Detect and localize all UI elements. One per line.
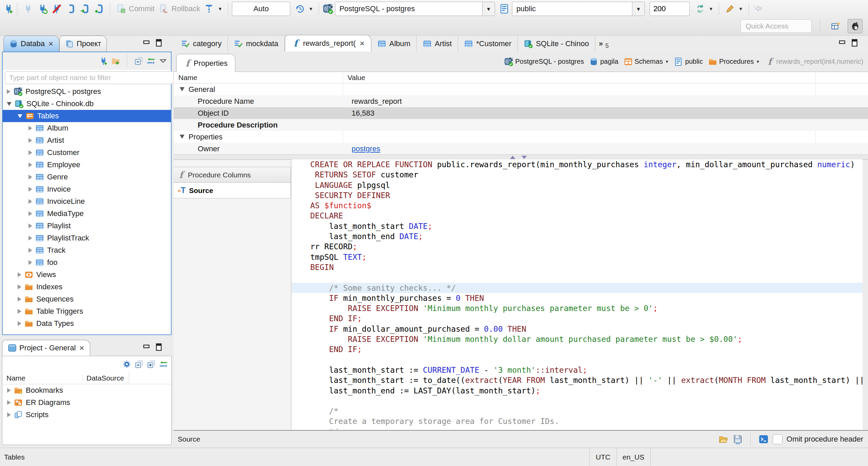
expand-arrow-icon[interactable] [28,236,32,240]
navigator-filter-input[interactable] [5,71,174,84]
column-name[interactable]: Name [2,374,83,382]
open-perspective-button[interactable] [829,19,843,33]
commit-button[interactable]: Commit [114,3,157,15]
code-line[interactable]: last_month_start := to_date((extract(YEA… [292,375,863,385]
editor-tab-category[interactable]: category [175,36,228,52]
collapse-arrow-icon[interactable] [180,87,184,91]
code-line[interactable]: AS $function$ [292,200,863,211]
load-from-file-icon[interactable] [718,434,729,444]
expand-arrow-icon[interactable] [7,400,11,405]
property-value[interactable]: postgres [352,144,380,153]
dbeaver-perspective-button[interactable] [848,19,863,33]
schema-dropdown-button[interactable]: ▼ [632,2,645,16]
column-name[interactable]: Name [178,74,197,82]
maximize-button[interactable] [850,39,859,47]
collapse-arrow-icon[interactable] [7,102,12,106]
expand-arrow-icon[interactable] [28,138,32,143]
schema-combo[interactable]: public ▼ [512,2,645,16]
tree-item-tables[interactable]: Tables [3,110,171,122]
editor-tab-mockdata[interactable]: mockdata [228,36,284,52]
tree-item-views[interactable]: Views [3,269,171,281]
tab-properties[interactable]: f Properties [176,54,235,72]
code-line[interactable]: last_month_end := LAST_DAY(last_month_st… [292,386,863,396]
code-line[interactable]: Create a temporary storage area for Cust… [292,416,863,426]
expand-arrow-icon[interactable] [28,211,32,216]
save-to-file-icon[interactable] [733,434,743,444]
expand-arrow-icon[interactable] [18,272,21,277]
property-row-object-id[interactable]: Object ID16,583 [174,107,868,119]
code-line[interactable]: END IF; [292,313,863,324]
tree-item-track[interactable]: Track [3,244,171,256]
close-icon[interactable]: ✕ [79,344,84,352]
code-line[interactable]: CREATE OR REPLACE FUNCTION public.reward… [292,159,863,170]
tree-item-foo[interactable]: foo [3,256,171,269]
code-line[interactable]: END IF; [292,344,863,354]
collapse-arrow-icon[interactable] [18,114,22,118]
code-line[interactable]: last_month_start DATE; [292,221,863,231]
expand-arrow-icon[interactable] [18,285,21,289]
transaction-mode-button[interactable]: ▼ [202,3,224,15]
connect-icon[interactable] [23,4,33,14]
expand-arrow-icon[interactable] [28,126,32,131]
tree-item-artist[interactable]: Artist [3,134,171,147]
expand-arrow-icon[interactable] [7,412,11,417]
code-line[interactable]: BEGIN [292,262,863,272]
editor-tab-album[interactable]: Album [371,36,417,52]
source-code-editor[interactable]: CREATE OR REPLACE FUNCTION public.reward… [292,159,863,430]
code-line[interactable]: last_month_end DATE; [292,231,863,241]
code-line[interactable]: IF min_monthly_purchases = 0 THEN [292,293,863,303]
breadcrumb-item-schemas[interactable]: Schemas▼ [624,57,669,66]
chevron-down-icon[interactable]: ▼ [665,59,669,64]
expand-arrow-icon[interactable] [7,89,11,94]
new-connection-icon[interactable] [3,4,14,14]
pane-splitter[interactable] [174,154,868,160]
expand-arrow-icon[interactable] [18,309,21,314]
tab-procedure-columns[interactable]: f Procedure Columns [174,167,291,183]
minimize-button[interactable] [142,39,151,47]
breadcrumb-item-postgresql-postgres[interactable]: PostgreSQL - postgres [504,57,584,66]
code-line[interactable] [292,396,863,406]
minimize-button[interactable] [142,343,151,352]
tab-database-navigator[interactable]: Databa ✕ [3,36,59,52]
collapse-arrow-icon[interactable] [180,135,184,139]
maximize-button[interactable] [155,39,163,47]
expand-arrow-icon[interactable] [28,248,32,253]
collapse-up-icon[interactable] [510,156,515,159]
tree-item-indexes[interactable]: Indexes [3,281,171,293]
tab-source[interactable]: ‹›T Source [174,182,291,198]
collapse-all-icon[interactable] [135,360,143,369]
column-datasource[interactable]: DataSource [83,374,129,382]
open-sql-editor-icon[interactable] [80,4,90,14]
code-line[interactable]: IF min_dollar_amount_purchased = 0.00 TH… [292,324,863,334]
collapse-all-icon[interactable] [134,57,143,65]
new-connection-icon[interactable] [99,57,108,65]
expand-arrow-icon[interactable] [28,162,32,167]
tree-item-invoice[interactable]: Invoice [3,183,171,195]
reconnect-icon[interactable] [37,4,47,14]
generate-sql-button[interactable]: ▼ [723,3,745,15]
refresh-button[interactable]: ▼ [693,3,715,15]
code-line[interactable]: DECLARE [292,211,863,221]
gear-icon[interactable] [122,360,131,369]
close-icon[interactable]: ✕ [359,40,365,47]
tab-project-general[interactable]: Project - General ✕ [2,340,90,356]
open-in-sql-console-icon[interactable] [758,434,769,444]
expand-all-icon[interactable] [147,360,156,369]
tree-item-album[interactable]: Album [3,122,171,134]
tree-item-table-triggers[interactable]: Table Triggers [3,305,171,317]
tree-item-mediatype[interactable]: MediaType [3,208,171,220]
chevron-down-icon[interactable]: ▼ [756,59,760,64]
tree-item-employee[interactable]: Employee [3,159,171,171]
view-menu-icon[interactable] [159,57,167,65]
rollback-button[interactable]: Rollback [157,3,202,15]
link-with-editor-icon[interactable] [146,57,155,65]
property-row-properties[interactable]: Properties [174,131,868,143]
project-item-bookmarks[interactable]: Bookmarks [2,384,171,396]
tree-item-invoiceline[interactable]: InvoiceLine [3,195,171,208]
breadcrumb-item-public[interactable]: public [674,57,703,66]
tree-item-sequences[interactable]: Sequences [3,293,171,305]
link-with-editor-icon[interactable] [159,360,168,369]
expand-arrow-icon[interactable] [28,175,32,179]
editor-tab-rewards-report[interactable]: frewards_report(✕ [285,35,371,52]
editor-tab-5[interactable]: »5 [595,36,612,52]
